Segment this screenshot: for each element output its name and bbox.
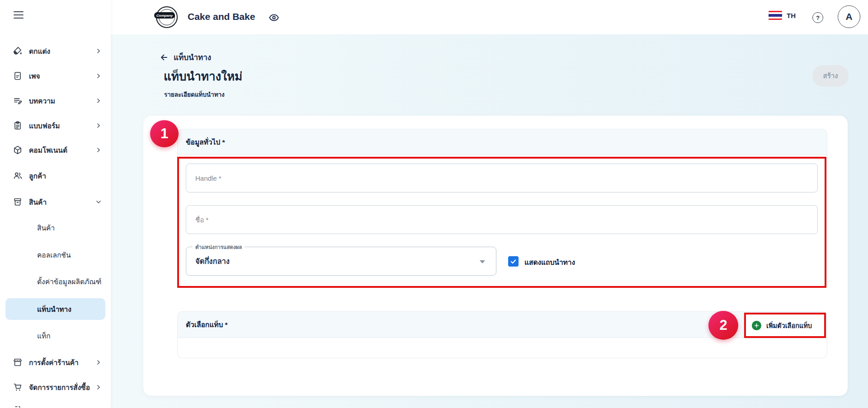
check-icon [509,258,517,265]
page-icon [13,71,23,81]
sidebar-subitem-label: แท็บนำทาง [37,304,71,315]
sidebar-item-order-management[interactable]: จัดการรายการสั่งซื้อ [0,377,111,397]
thai-flag-icon [769,11,782,20]
sidebar-item-articles[interactable]: บทความ [0,91,111,111]
back-link[interactable]: แท็บนำทาง [159,51,211,63]
chevron-right-icon [95,72,102,80]
component-icon [13,145,23,155]
company-logo-text: Company [154,12,175,19]
top-header: Company Cake and Bake TH ? A [111,0,868,34]
sidebar-item-components[interactable]: คอมโพเนนต์ [0,140,111,160]
chevron-down-icon [95,198,102,206]
chevron-right-icon [95,384,102,391]
form-icon [13,121,23,131]
sidebar-subitem-label: ตั้งค่าข้อมูลผลิตภัณฑ์ [37,276,101,287]
sidebar-subitem-label: สินค้า [37,222,55,234]
products-icon [13,197,23,207]
app-window: ตกแต่ง เพจ บทความ [0,0,868,408]
sidebar-item-decorate[interactable]: ตกแต่ง [0,41,111,61]
chevron-right-icon [95,122,102,129]
sidebar-subitem-label: แท็ก [37,330,51,342]
sidebar-item-label: เพจ [29,70,40,82]
chevron-right-icon [95,359,102,366]
annotation-step-badge-1: 1 [150,120,179,147]
company-logo: Company [156,6,178,28]
store-name: Cake and Bake [188,11,255,22]
customers-icon [13,171,23,181]
sidebar-subitem-navigation-tabs[interactable]: แท็บนำทาง [0,299,111,319]
storefront-icon [13,357,23,367]
name-input[interactable] [186,205,818,234]
annotation-step-badge-2: 2 [708,311,738,340]
sidebar-item-label: การตั้งค่าร้านค้า [29,357,79,368]
chevron-right-icon [95,146,102,154]
sidebar-item-label: ตกแต่ง [29,46,50,57]
chevron-right-icon [95,97,102,104]
sidebar-item-pages[interactable]: เพจ [0,66,111,86]
back-arrow-icon [159,53,168,62]
avatar[interactable]: A [838,5,860,28]
sidebar-item-products[interactable]: สินค้า [0,192,111,212]
help-icon[interactable]: ? [812,12,823,23]
sidebar-subitem-products[interactable]: สินค้า [0,218,111,238]
show-nav-checkbox-label: แสดงแถบนำทาง [524,257,575,268]
chevron-right-icon [95,47,102,55]
sidebar-subitem-tags[interactable]: แท็ก [0,326,111,346]
handle-input[interactable] [186,164,818,192]
hamburger-menu-icon[interactable] [14,11,24,19]
sidebar-subitem-collections[interactable]: คอลเลกชัน [0,245,111,265]
add-tab-option-button[interactable]: เพิ่มตัวเลือกแท็บ [744,313,826,338]
avatar-initial: A [845,11,852,22]
position-select[interactable]: ตำแหน่งการแสดงผล จัดกึ่งกลาง [186,247,496,276]
language-code: TH [787,12,796,19]
tab-options-card-body [177,338,827,358]
sidebar-item-label: บทความ [29,95,55,107]
plus-icon [752,321,761,330]
add-tab-option-label: เพิ่มตัวเลือกแท็บ [766,320,812,331]
back-link-label: แท็บนำทาง [174,51,211,63]
sidebar-item-forms[interactable]: แบบฟอร์ม [0,116,111,136]
sidebar: ตกแต่ง เพจ บทความ [0,0,111,408]
sidebar-item-label: สินค้า [29,197,47,208]
sidebar-subitem-label: คอลเลกชัน [37,249,71,261]
paint-bucket-icon [13,46,23,56]
sidebar-item-label: คอมโพเนนต์ [29,145,67,156]
position-select-label: ตำแหน่งการแสดงผล [193,243,245,251]
page-subtitle: รายละเอียดแท็บนำทาง [164,89,225,99]
sidebar-item-label: ลูกค้า [29,170,46,182]
sidebar-item-partial [14,405,23,408]
create-button[interactable]: สร้าง [812,65,849,87]
sidebar-item-customers[interactable]: ลูกค้า [0,166,111,186]
sidebar-subitem-product-data-settings[interactable]: ตั้งค่าข้อมูลผลิตภัณฑ์ [0,272,111,291]
sidebar-item-label: แบบฟอร์ม [29,120,60,131]
cart-icon [13,382,23,392]
preview-eye-icon[interactable] [268,12,280,23]
sidebar-item-store-settings[interactable]: การตั้งค่าร้านค้า [0,352,111,372]
general-info-card-title: ข้อมูลทั่วไป * [186,136,225,148]
position-select-value: จัดกึ่งกลาง [195,255,230,267]
page-title: แท็บนำทางใหม่ [164,67,242,85]
show-nav-checkbox[interactable] [508,256,519,267]
general-info-card-header: ข้อมูลทั่วไป * [177,129,827,155]
select-dropdown-arrow-icon [480,260,485,263]
sidebar-item-label: จัดการรายการสั่งซื้อ [29,382,90,393]
article-icon [13,96,23,106]
tab-options-card-title: ตัวเลือกแท็บ * [186,319,228,330]
language-switcher[interactable]: TH [769,11,796,20]
